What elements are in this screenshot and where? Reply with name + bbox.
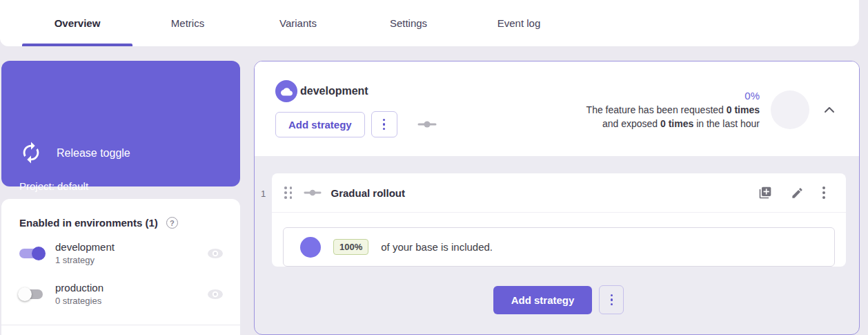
environments-title: Enabled in environments (1) — [19, 217, 158, 229]
kebab-menu-icon — [611, 294, 613, 306]
environment-more-options-button[interactable] — [371, 111, 397, 137]
environment-strategy-count: 1 strategy — [55, 255, 115, 265]
feature-tabbar: Overview Metrics Variants Settings Event… — [0, 0, 859, 46]
add-strategy-button-footer[interactable]: Add strategy — [493, 286, 593, 314]
development-environment-panel: development Add strategy 0% The feature … — [254, 61, 860, 335]
toggle-thumb — [32, 247, 46, 260]
feature-type-label: Release toggle — [57, 147, 130, 160]
card-divider — [1, 325, 240, 325]
footer-more-options-button[interactable] — [599, 285, 624, 314]
environment-row-development: development 1 strategy — [1, 234, 240, 272]
rollout-percent-badge: 100% — [333, 239, 368, 255]
metrics-line-1: The feature has been requested 0 times — [586, 103, 760, 117]
environment-panel-title: development — [300, 85, 368, 97]
copy-add-icon[interactable] — [758, 186, 772, 200]
eye-icon[interactable] — [207, 248, 224, 259]
slider-icon — [304, 189, 322, 196]
production-toggle[interactable] — [18, 287, 46, 302]
question-circle-icon[interactable]: ? — [166, 217, 178, 229]
rollout-description: of your base is included. — [381, 241, 493, 253]
rollout-donut-chart — [300, 237, 321, 258]
metrics-percent: 0% — [744, 89, 760, 103]
active-tab-underline — [22, 44, 132, 46]
environments-card: Enabled in environments (1) ? developmen… — [1, 199, 240, 335]
tab-event-log[interactable]: Event log — [464, 0, 574, 46]
edit-pencil-icon[interactable] — [791, 186, 804, 200]
add-strategy-button[interactable]: Add strategy — [275, 112, 365, 137]
rollout-summary: 100% of your base is included. — [283, 227, 835, 267]
feature-project: Project: default — [19, 180, 88, 192]
strategy-list-section: 1 Gradual rollout — [255, 156, 859, 334]
strategy-item: 1 Gradual rollout — [272, 173, 846, 267]
slider-icon — [417, 121, 437, 128]
environment-strategy-count: 0 strategies — [55, 296, 103, 306]
feature-type-card: Release toggle Project: default No descr… — [1, 61, 240, 186]
tab-settings[interactable]: Settings — [353, 0, 464, 46]
tab-settings-label: Settings — [390, 17, 427, 29]
chevron-up-icon[interactable] — [820, 101, 838, 119]
cycle-icon — [19, 141, 43, 164]
environment-row-production: production 0 strategies — [1, 275, 240, 313]
strategy-kebab-menu-icon[interactable] — [822, 186, 825, 199]
eye-icon[interactable] — [207, 289, 224, 300]
tab-overview[interactable]: Overview — [22, 0, 132, 46]
metrics-line-2: and exposed 0 times in the last hour — [602, 117, 760, 131]
kebab-menu-icon — [383, 119, 386, 131]
cloud-icon — [275, 80, 297, 102]
tab-variants[interactable]: Variants — [243, 0, 353, 46]
tab-metrics-label: Metrics — [171, 17, 204, 29]
strategy-index: 1 — [261, 189, 266, 199]
toggle-thumb — [18, 287, 32, 301]
drag-handle-icon[interactable] — [284, 186, 293, 199]
tab-event-log-label: Event log — [497, 17, 541, 29]
feature-overview-page: Overview Metrics Variants Settings Event… — [0, 0, 868, 335]
tab-overview-label: Overview — [55, 17, 101, 29]
development-toggle[interactable] — [18, 246, 46, 261]
environment-panel-header: development Add strategy 0% The feature … — [255, 61, 859, 156]
metrics-donut-chart — [771, 90, 809, 129]
environment-name: development — [55, 241, 115, 253]
environment-metrics: 0% The feature has been requested 0 time… — [586, 89, 838, 131]
strategy-title: Gradual rollout — [331, 187, 406, 199]
environment-name: production — [55, 282, 103, 294]
tab-metrics[interactable]: Metrics — [132, 0, 243, 46]
tab-variants-label: Variants — [279, 17, 317, 29]
